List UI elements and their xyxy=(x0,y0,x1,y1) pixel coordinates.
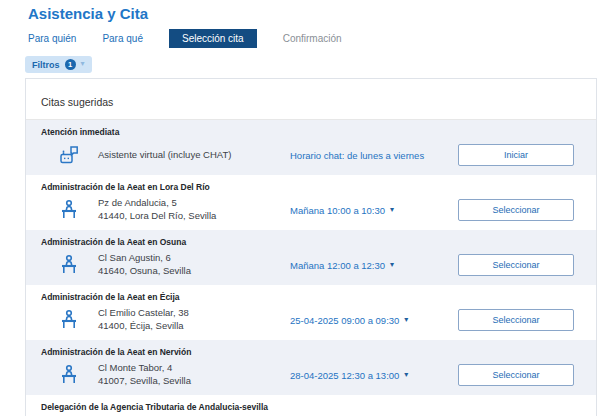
location-line2: 41440, Lora Del Río, Sevilla xyxy=(98,210,290,223)
appointment-row: Administración de la Aeat en Osuna Cl Sa… xyxy=(26,230,596,285)
location-line2: 41400, Écija, Sevilla xyxy=(98,320,290,333)
time-slot-label: Mañana 12:00 a 12:30 xyxy=(290,260,385,271)
chevron-down-icon[interactable]: ▾ xyxy=(390,205,394,214)
filters-count-badge: 1 xyxy=(65,59,76,70)
rows-container: Atención inmediata Asistente virtual (in… xyxy=(26,120,596,416)
office-name: Atención inmediata xyxy=(41,127,586,137)
filters-label: Filtros xyxy=(32,60,60,70)
location-line2: 41007, Sevilla, Sevilla xyxy=(98,375,290,388)
suggested-appointments-card: Citas sugeridas Atención inmediata Asist… xyxy=(25,78,597,416)
location-line2: 41640, Osuna, Sevilla xyxy=(98,265,290,278)
address-line1: Cl Emilio Castelar, 38 xyxy=(98,307,290,320)
tab-confirmacion: Confirmación xyxy=(283,29,342,48)
appointment-row: Administración de la Aeat en Écija Cl Em… xyxy=(26,285,596,340)
tab-seleccion-cita[interactable]: Selección cita xyxy=(169,29,257,48)
time-slot-label: Mañana 10:00 a 10:30 xyxy=(290,205,385,216)
address-line1: Pz de Andalucia, 5 xyxy=(98,197,290,210)
office-name: Administración de la Aeat en Écija xyxy=(41,292,586,302)
address-line1: Cl San Agustin, 6 xyxy=(98,252,290,265)
filters-button[interactable]: Filtros 1 ▾ xyxy=(25,56,92,73)
select-button[interactable]: Seleccionar xyxy=(458,364,574,386)
select-button[interactable]: Seleccionar xyxy=(458,254,574,276)
select-button[interactable]: Seleccionar xyxy=(458,199,574,221)
address-line1: Asistente virtual (incluye CHAT) xyxy=(98,149,290,162)
time-slot-label: 25-04-2025 09:00 a 09:30 xyxy=(290,315,399,326)
desk-agent-icon xyxy=(56,197,82,223)
card-title: Citas sugeridas xyxy=(26,79,596,119)
select-button[interactable]: Iniciar xyxy=(458,144,574,166)
page-title: Asistencia y Cita xyxy=(28,5,148,22)
address-line1: Cl Monte Tabor, 4 xyxy=(98,362,290,375)
chevron-down-icon[interactable]: ▾ xyxy=(404,315,408,324)
select-button[interactable]: Seleccionar xyxy=(458,309,574,331)
tab-para-quien[interactable]: Para quién xyxy=(28,29,76,48)
chevron-down-icon[interactable]: ▾ xyxy=(404,370,408,379)
office-name: Administración de la Aeat en Nervión xyxy=(41,347,586,357)
desk-agent-icon xyxy=(56,307,82,333)
time-slot-label: 28-04-2025 12:30 a 13:00 xyxy=(290,370,399,381)
chevron-down-icon[interactable]: ▾ xyxy=(390,260,394,269)
desk-agent-icon xyxy=(56,252,82,278)
desk-agent-icon xyxy=(56,362,82,388)
tab-para-que[interactable]: Para qué xyxy=(102,29,143,48)
chevron-down-icon: ▾ xyxy=(81,60,85,68)
appointment-row: Administración de la Aeat en Nervión Cl … xyxy=(26,340,596,395)
appointment-row: Administración de la Aeat en Lora Del Rí… xyxy=(26,175,596,230)
office-name: Delegación de la Agencia Tributaria de A… xyxy=(41,402,586,412)
time-slot-label: Horario chat: de lunes a viernes xyxy=(290,150,424,161)
virtual-assistant-icon xyxy=(56,142,82,168)
appointment-row: Atención inmediata Asistente virtual (in… xyxy=(26,120,596,175)
office-name: Administración de la Aeat en Osuna xyxy=(41,237,586,247)
appointment-row: Delegación de la Agencia Tributaria de A… xyxy=(26,395,596,416)
step-tabs: Para quién Para qué Selección cita Confi… xyxy=(28,29,342,48)
office-name: Administración de la Aeat en Lora Del Rí… xyxy=(41,182,586,192)
